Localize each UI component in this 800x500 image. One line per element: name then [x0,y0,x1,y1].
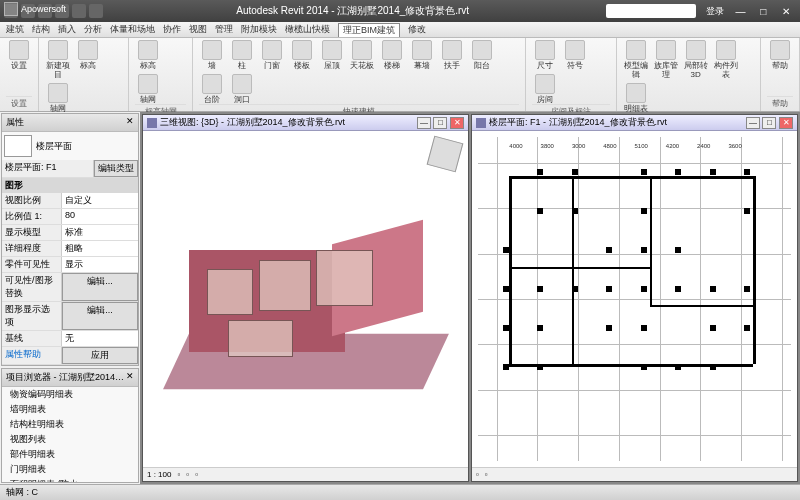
view-3d-canvas[interactable] [143,131,468,467]
ribbon-button[interactable]: 尺寸 [532,40,558,70]
edit-type-button[interactable]: 编辑类型 [94,160,138,177]
ribbon-tab[interactable]: 理正BIM建筑 [338,23,400,37]
ribbon-button[interactable]: 幕墙 [409,40,435,70]
ribbon-tab[interactable]: 插入 [58,23,76,36]
ribbon-button[interactable]: 柱 [229,40,255,70]
ribbon-button[interactable]: 设置 [6,40,32,70]
ribbon-tab[interactable]: 体量和场地 [110,23,155,36]
close-button[interactable]: ✕ [776,6,796,17]
view-3d-tool-icon[interactable]: ▫ [195,470,198,479]
apply-button[interactable]: 应用 [62,347,138,364]
browser-close-icon[interactable]: ✕ [126,371,134,384]
ribbon-button-icon [202,74,222,94]
view-plan-close-button[interactable]: ✕ [779,117,793,129]
ribbon-button[interactable]: 墙 [199,40,225,70]
property-value[interactable]: 编辑... [62,273,138,301]
ribbon-button[interactable]: 楼板 [289,40,315,70]
property-value[interactable]: 80 [62,209,138,224]
view-plan-canvas[interactable]: 40003800300048005100420024003600 [472,131,797,467]
ribbon-button[interactable]: 轴网 [45,83,71,113]
ribbon-button-label: 尺寸 [537,61,553,70]
property-value[interactable]: 无 [62,331,138,346]
ribbon-button-label: 标高 [140,61,156,70]
property-name: 基线 [2,331,62,346]
ribbon-button[interactable]: 模型编辑 [623,40,649,79]
ribbon-button[interactable]: 扶手 [439,40,465,70]
instance-selector[interactable]: 楼层平面: F1 [2,160,94,177]
ribbon-button[interactable]: 屋顶 [319,40,345,70]
ribbon-tab[interactable]: 橄榄山快模 [285,23,330,36]
view-plan-max-button[interactable]: □ [762,117,776,129]
browser-item[interactable]: 面积明细表 (防火... [2,477,138,483]
ribbon-button[interactable]: 新建项目 [45,40,71,79]
ribbon-button-label: 局部转3D [683,61,709,79]
property-value[interactable]: 编辑... [62,302,138,330]
ribbon-button[interactable]: 族库管理 [653,40,679,79]
ribbon-tab[interactable]: 建筑 [6,23,24,36]
help-search-input[interactable] [606,4,696,18]
dimension-text: 4000 [509,143,522,149]
properties-panel: 属性✕ 楼层平面 楼层平面: F1 编辑类型 图形 视图比例自定义比例值 1:8… [1,113,139,366]
minimize-button[interactable]: — [730,6,750,17]
view-cube[interactable] [427,136,464,173]
ribbon-button[interactable]: 帮助 [767,40,793,70]
view-3d-min-button[interactable]: — [417,117,431,129]
view-3d-tool-icon[interactable]: ▫ [186,470,189,479]
ribbon-button[interactable]: 构件列表 [713,40,739,79]
ribbon-button-label: 幕墙 [414,61,430,70]
ribbon-group: 设置设置 [0,38,39,111]
view-3d-close-button[interactable]: ✕ [450,117,464,129]
qat-print-icon[interactable] [89,4,103,18]
ribbon-button-icon [626,40,646,60]
ribbon-button-label: 帮助 [772,61,788,70]
property-value[interactable]: 自定义 [62,193,138,208]
property-value[interactable]: 显示 [62,257,138,272]
ribbon-button[interactable]: 房间 [532,74,558,104]
ribbon-button[interactable]: 天花板 [349,40,375,70]
ribbon-button-icon [412,40,432,60]
ribbon-button[interactable]: 阳台 [469,40,495,70]
browser-item[interactable]: 物资编码明细表 [2,387,138,402]
login-link[interactable]: 登录 [706,5,724,18]
properties-close-icon[interactable]: ✕ [126,116,134,129]
browser-item[interactable]: 墙明细表 [2,402,138,417]
ribbon-button[interactable]: 台阶 [199,74,225,104]
ribbon-button[interactable]: 轴网 [135,74,161,104]
view-3d-tool-icon[interactable]: ▫ [177,470,180,479]
ribbon: 设置设置新建项目标高轴网新建标高轴网标高轴网墙柱门窗楼板屋顶天花板楼梯幕墙扶手阳… [0,38,800,112]
browser-item[interactable]: 部件明细表 [2,447,138,462]
ribbon-tab[interactable]: 协作 [163,23,181,36]
browser-item[interactable]: 结构柱明细表 [2,417,138,432]
property-row: 基线无 [2,331,138,347]
ribbon-button[interactable]: 洞口 [229,74,255,104]
property-value[interactable]: 标准 [62,225,138,240]
view-plan-min-button[interactable]: — [746,117,760,129]
ribbon-tab[interactable]: 修改 [408,23,426,36]
view-3d-status: 1 : 100 ▫ ▫ ▫ [143,467,468,481]
ribbon-button[interactable]: 符号 [562,40,588,70]
browser-item[interactable]: 门明细表 [2,462,138,477]
ribbon-tab[interactable]: 附加模块 [241,23,277,36]
ribbon-button[interactable]: 局部转3D [683,40,709,79]
ribbon-button[interactable]: 楼梯 [379,40,405,70]
dimension-text: 3000 [572,143,585,149]
ribbon-button[interactable]: 标高 [135,40,161,70]
ribbon-button-label: 设置 [11,61,27,70]
view-3d-max-button[interactable]: □ [433,117,447,129]
left-dock: 属性✕ 楼层平面 楼层平面: F1 编辑类型 图形 视图比例自定义比例值 1:8… [0,112,140,484]
property-value[interactable]: 粗略 [62,241,138,256]
view-3d-scale[interactable]: 1 : 100 [147,470,171,479]
browser-item[interactable]: 视图列表 [2,432,138,447]
ribbon-group-title: 设置 [6,96,32,109]
ribbon-tab[interactable]: 结构 [32,23,50,36]
ribbon-button[interactable]: 标高 [75,40,101,70]
ribbon-tab[interactable]: 视图 [189,23,207,36]
maximize-button[interactable]: □ [753,6,773,17]
view-plan-tool-icon[interactable]: ▫ [476,470,479,479]
ribbon-tab[interactable]: 管理 [215,23,233,36]
ribbon-button[interactable]: 门窗 [259,40,285,70]
ribbon-tab[interactable]: 分析 [84,23,102,36]
qat-redo-icon[interactable] [72,4,86,18]
properties-help-link[interactable]: 属性帮助 [2,347,62,364]
view-plan-tool-icon[interactable]: ▫ [485,470,488,479]
